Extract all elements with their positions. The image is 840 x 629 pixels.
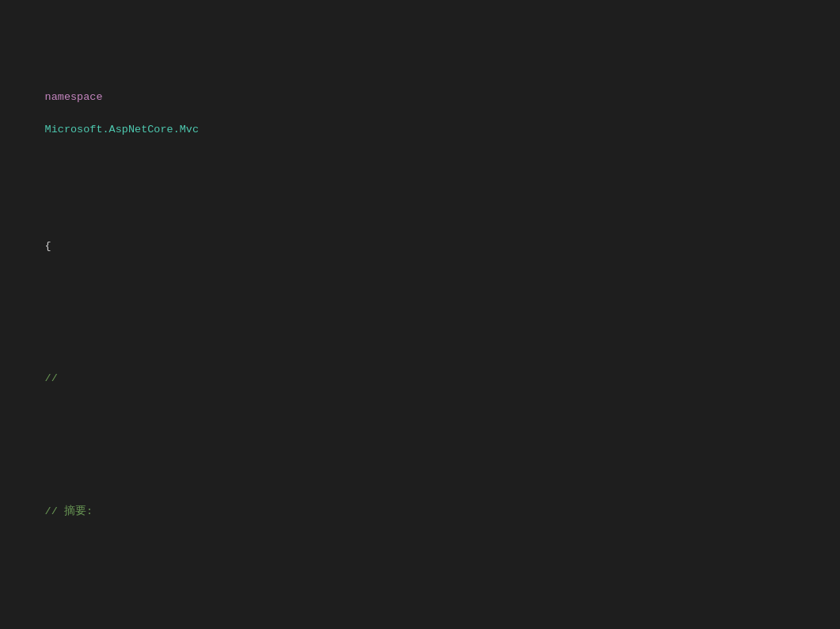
line-3: // xyxy=(0,337,840,404)
comment-2: // 摘要: xyxy=(45,505,93,517)
line-1: namespace Microsoft.AspNetCore.Mvc xyxy=(0,73,840,156)
namespace-name: Microsoft.AspNetCore.Mvc xyxy=(45,124,199,135)
code-viewer: namespace Microsoft.AspNetCore.Mvc { // … xyxy=(0,0,840,629)
line-4: // 摘要: xyxy=(0,471,840,537)
kw-namespace: namespace xyxy=(45,91,103,103)
line-2: { xyxy=(0,222,840,272)
line-5: // A base class for an MVC controller wi… xyxy=(0,603,840,629)
comment-1: // xyxy=(45,372,58,384)
